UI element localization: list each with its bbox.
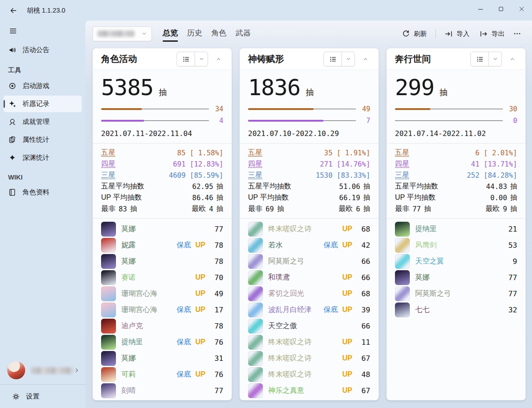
action-label: 导出 [492, 30, 505, 38]
list-item[interactable]: 妮露 保底UP78 [101, 237, 223, 253]
star-rank-link[interactable]: 三星 [395, 171, 409, 180]
close-button[interactable] [511, 0, 532, 18]
list-view-button[interactable] [324, 52, 341, 66]
tab-selected[interactable]: 总览 [158, 25, 182, 43]
nilou-portrait-icon [101, 238, 116, 253]
pull-unit: 抽 [424, 204, 431, 214]
sidebar-item[interactable]: 启动游戏 [4, 78, 82, 94]
list-mode-dropdown-button[interactable] [195, 52, 208, 66]
banner-card: 奔行世间 [386, 48, 526, 400]
list-item[interactable]: 莫娜 78 [101, 253, 223, 269]
refresh-button[interactable]: 刷新 [397, 27, 432, 41]
gear-icon [11, 392, 20, 401]
average-stat-row: 五星平均抽数 62.95 抽 [101, 181, 223, 192]
star-rank-link[interactable]: 四星 [101, 159, 115, 169]
item-name: 风鹰剑 [415, 241, 437, 250]
list-item[interactable]: 莫娜 31 [101, 350, 223, 366]
sidebar-item[interactable]: 属性统计 [4, 132, 82, 148]
list-item[interactable]: 终末嗟叹之诗 UP67 [248, 350, 370, 366]
sidebar-item-settings[interactable]: 设置 [0, 385, 85, 408]
star-rank-link[interactable]: 三星 [248, 171, 262, 180]
more-button[interactable] [510, 27, 525, 40]
total-pulls-unit: 抽 [159, 87, 167, 98]
kokomi-portrait-icon [101, 286, 116, 301]
star-rank-link[interactable]: 四星 [248, 159, 262, 169]
list-item[interactable]: 莫娜 77 [101, 221, 223, 237]
collapse-card-button[interactable] [505, 53, 519, 66]
maximize-button[interactable] [491, 0, 511, 18]
list-item[interactable]: 天空之翼 9 [395, 253, 517, 269]
uid-redacted [98, 31, 134, 37]
list-item[interactable]: 若水 保底UP42 [248, 237, 370, 253]
sidebar-item[interactable]: 深渊统计 [4, 149, 82, 166]
list-item[interactable]: 雾切之回光 UP68 [248, 285, 370, 302]
skyward-harp-bow-icon [395, 254, 410, 269]
sidebar-item[interactable]: 祈愿记录 [4, 96, 82, 112]
four-star-pity-bar: 7 [248, 117, 370, 125]
star-rank-link[interactable]: 四星 [395, 159, 409, 169]
minimize-button[interactable] [470, 0, 491, 18]
list-item[interactable]: 七七 32 [395, 302, 517, 318]
bar-track [248, 120, 356, 122]
chevron-up-icon [510, 57, 515, 61]
star-stat-row: 四星 41 [13.71%] [395, 158, 517, 170]
sidebar-item[interactable]: 角色资料 [4, 184, 82, 201]
star-rank-link[interactable]: 五星 [395, 148, 409, 158]
view-tabs: 总览历史角色武器 [158, 25, 255, 43]
list-item[interactable]: 阿莫斯之弓 66 [248, 253, 370, 269]
export-button[interactable]: 导出 [474, 27, 510, 41]
user-account-row[interactable] [0, 356, 85, 384]
pity-count: 30 [503, 105, 517, 113]
sidebar-item[interactable]: 活动公告 [4, 42, 82, 58]
item-name: 天空之傲 [268, 321, 297, 331]
list-item[interactable]: 珊瑚宫心海 UP49 [101, 285, 223, 302]
menu-toggle-button[interactable] [4, 23, 22, 39]
list-item[interactable]: 可莉 保底UP76 [101, 366, 223, 382]
uid-selector-dropdown[interactable] [93, 26, 152, 41]
pull-unit: 抽 [510, 204, 518, 214]
best-pull-label: 最欧 [191, 204, 206, 214]
average-label: UP 平均抽数 [248, 193, 288, 202]
list-item[interactable]: 阿莫斯之弓 77 [395, 285, 517, 302]
tab-item[interactable]: 武器 [231, 25, 255, 43]
list-item[interactable]: 珊瑚宫心海 保底UP17 [101, 302, 223, 318]
star-count-percent: 35 [ 1.91%] [324, 149, 370, 157]
list-item[interactable]: 莫娜 77 [395, 269, 517, 285]
item-pull-count: 77 [211, 386, 223, 395]
list-item[interactable]: 终末嗟叹之诗 UP11 [248, 334, 370, 350]
list-item[interactable]: 神乐之真意 UP67 [248, 382, 370, 399]
total-pulls: 299 抽 [395, 75, 517, 101]
list-view-button[interactable] [471, 52, 488, 66]
list-view-button[interactable] [177, 52, 195, 66]
username-redacted [31, 367, 74, 374]
collapse-card-button[interactable] [359, 53, 372, 66]
list-item[interactable]: 提纳里 保底UP76 [101, 334, 223, 350]
list-item[interactable]: 天空之傲 66 [248, 318, 370, 334]
back-button[interactable] [5, 4, 21, 17]
sidebar-item[interactable]: 成就管理 [4, 114, 82, 130]
list-item[interactable]: 和璞鸢 UP66 [248, 269, 370, 285]
star-rank-link[interactable]: 三星 [101, 171, 115, 180]
list-item[interactable]: 终末嗟叹之诗 UP68 [248, 221, 370, 237]
item-name: 迪卢克 [121, 321, 143, 331]
tab-item[interactable]: 历史 [182, 25, 207, 43]
list-mode-dropdown-button[interactable] [342, 52, 355, 66]
import-button[interactable]: 导入 [439, 27, 474, 41]
list-item[interactable]: 刻晴 77 [101, 382, 223, 399]
best-pull-label: 最欧 [338, 204, 353, 214]
tab-item[interactable]: 角色 [207, 25, 231, 43]
list-item[interactable]: 提纳里 21 [395, 221, 517, 237]
list-item[interactable]: 终末嗟叹之诗 UP48 [248, 366, 370, 382]
collapse-card-button[interactable] [212, 53, 225, 66]
bar-track [395, 120, 503, 122]
elegy-bow-icon [248, 222, 263, 237]
kagura-catalyst-icon [248, 383, 263, 398]
list-item[interactable]: 波乱月白经津 保底UP39 [248, 302, 370, 318]
list-mode-dropdown-button[interactable] [489, 52, 501, 66]
list-item[interactable]: 赛诺 UP70 [101, 269, 223, 285]
list-item[interactable]: 迪卢克 78 [101, 318, 223, 334]
star-rank-link[interactable]: 五星 [101, 148, 115, 158]
star-stat-row: 四星 691 [12.83%] [101, 158, 223, 170]
star-rank-link[interactable]: 五星 [248, 148, 262, 158]
list-item[interactable]: 风鹰剑 53 [395, 237, 517, 253]
